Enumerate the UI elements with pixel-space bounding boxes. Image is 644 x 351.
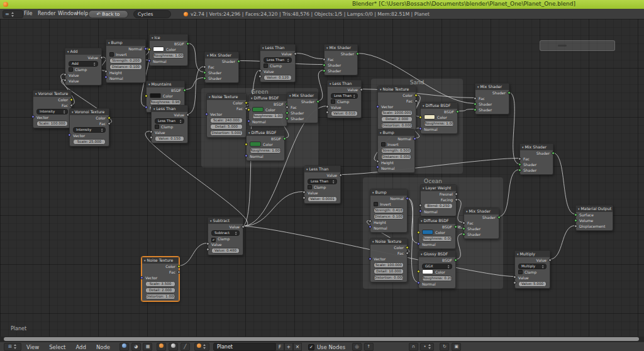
input-socket-vector[interactable] xyxy=(369,257,372,260)
input-socket-blend[interactable] xyxy=(419,204,422,207)
collapse-triangle-icon[interactable]: ▾ xyxy=(248,130,250,136)
collapse-triangle-icon[interactable]: ▾ xyxy=(477,84,479,90)
input-socket-shader1[interactable] xyxy=(323,64,326,67)
node-noiseS[interactable]: ▾Noise TextureColorFacVectorScale: 1000.… xyxy=(377,86,416,130)
output-socket-shader[interactable] xyxy=(356,52,359,55)
checkbox[interactable] xyxy=(381,142,386,147)
checkbox[interactable] xyxy=(69,67,73,72)
color-swatch[interactable] xyxy=(250,142,261,147)
input-socket-shader2[interactable] xyxy=(462,233,465,236)
input-socket-vector[interactable] xyxy=(140,276,143,279)
number-slider[interactable]: Roughness: 0.200 xyxy=(422,276,452,281)
input-socket-val2[interactable] xyxy=(206,248,209,251)
dropdown[interactable]: Less Than xyxy=(308,179,337,184)
go-parent-tree-icon[interactable]: ↑ xyxy=(364,343,374,351)
input-socket-normal[interactable] xyxy=(148,59,151,62)
number-slider[interactable]: Distortion: 0.000 xyxy=(374,275,404,281)
color-swatch[interactable] xyxy=(422,269,433,274)
input-socket-val2[interactable] xyxy=(258,75,262,78)
collapse-triangle-icon[interactable]: ▾ xyxy=(517,251,519,257)
node-lt010[interactable]: ▾Less ThanValueLess ThanClampValueValue:… xyxy=(327,80,362,118)
number-slider[interactable]: Roughness: 1.000 xyxy=(250,148,281,153)
dropdown[interactable]: Less Than xyxy=(155,118,184,124)
checkbox[interactable] xyxy=(331,99,335,104)
node-mix2[interactable]: ▾Mix ShaderShaderFacShaderShader xyxy=(324,44,358,75)
number-slider[interactable]: Scale: 3.500 xyxy=(145,281,175,287)
node-glossyO[interactable]: ▾Glossy BSDFBSDFGGXColorRoughness: 0.200… xyxy=(418,250,456,289)
number-slider[interactable]: Blend: 0.250 xyxy=(424,203,453,209)
input-socket-shader1[interactable] xyxy=(286,111,289,114)
input-socket-normal[interactable] xyxy=(247,120,250,123)
output-socket-shader[interactable] xyxy=(508,91,511,94)
collapse-triangle-icon[interactable]: ▾ xyxy=(262,45,264,51)
input-socket-fac[interactable] xyxy=(203,65,206,69)
checkbox[interactable] xyxy=(518,270,523,274)
input-socket-color[interactable] xyxy=(417,231,420,234)
input-socket-color[interactable] xyxy=(419,116,422,119)
number-slider[interactable]: Distance: 0.100 xyxy=(109,64,142,70)
input-socket-shader2[interactable] xyxy=(474,108,477,111)
input-socket-fac[interactable] xyxy=(286,106,289,109)
collapse-triangle-icon[interactable]: ▾ xyxy=(289,92,291,99)
node-subtract[interactable]: ▾SubtractValueSubtract✓ClampValueValue: … xyxy=(208,217,243,255)
number-slider[interactable]: Value: 0.480 xyxy=(211,248,240,254)
number-slider[interactable]: Roughness: 0.981 xyxy=(150,99,181,105)
dropdown[interactable]: Subtract xyxy=(211,230,240,236)
input-socket-val1[interactable] xyxy=(150,130,153,133)
unlink-material-button[interactable]: ✕ xyxy=(293,343,302,351)
color-swatch[interactable] xyxy=(252,107,264,112)
number-slider[interactable]: Value: 0.150 xyxy=(155,136,184,142)
color-swatch[interactable] xyxy=(153,47,164,52)
collapse-triangle-icon[interactable]: ▾ xyxy=(306,166,308,172)
number-slider[interactable]: Scale: 1000.000 xyxy=(381,110,413,116)
input-socket-normal[interactable] xyxy=(419,127,422,130)
collapse-triangle-icon[interactable]: ▾ xyxy=(522,144,524,150)
node-noiseG[interactable]: ▾Noise TextureColorFacVectorScale: 240.0… xyxy=(206,93,247,138)
input-socket-normal[interactable] xyxy=(417,281,420,284)
input-socket-val2[interactable] xyxy=(513,281,516,284)
node-diffG2[interactable]: ▾Diffuse BSDFBSDFColorRoughness: 1.000No… xyxy=(246,129,285,161)
node-bumpO[interactable]: ▾BumpNormalInvertStrength: 0.418Distance… xyxy=(370,189,408,233)
menu-window[interactable]: Window xyxy=(58,10,78,17)
collapse-triangle-icon[interactable]: ▾ xyxy=(578,206,580,212)
input-socket-color[interactable] xyxy=(148,48,151,51)
input-socket-fac[interactable] xyxy=(462,221,465,225)
output-socket-bsdf[interactable] xyxy=(183,89,186,92)
input-socket-shader1[interactable] xyxy=(203,71,206,74)
dropdown[interactable]: Multiply xyxy=(518,264,547,269)
input-socket-shader1[interactable] xyxy=(474,103,477,106)
output-socket-facing[interactable] xyxy=(455,198,458,201)
node-mix1[interactable]: ▾Mix ShaderShaderFacShaderShader xyxy=(204,52,239,83)
input-socket-shader2[interactable] xyxy=(323,69,326,72)
number-slider[interactable]: Detail: 5.000 xyxy=(210,124,243,130)
output-socket-value[interactable] xyxy=(100,56,103,59)
material-name-field[interactable]: Planet xyxy=(213,343,275,351)
snap-magnet-icon[interactable]: ∩ xyxy=(409,343,418,351)
backdrop-icon[interactable]: ▣ xyxy=(452,343,461,351)
collapse-triangle-icon[interactable]: ▾ xyxy=(372,238,374,245)
collapse-triangle-icon[interactable]: ▾ xyxy=(35,91,37,97)
collapse-triangle-icon[interactable]: ▾ xyxy=(421,251,423,257)
shader-nodes-icon[interactable] xyxy=(119,343,129,351)
shader-type-world-icon[interactable] xyxy=(169,343,178,351)
number-slider[interactable]: Roughness: 1.000 xyxy=(252,113,284,119)
output-socket-color[interactable] xyxy=(177,265,180,268)
output-socket-bsdf[interactable] xyxy=(283,137,286,140)
shader-type-linestyle-icon[interactable]: ╱ xyxy=(180,343,190,351)
auto-render-icon[interactable]: ↻ xyxy=(440,343,449,351)
dropdown[interactable]: Less Than xyxy=(264,57,292,63)
editor-type-button[interactable]: ⊞ xyxy=(4,343,21,351)
number-slider[interactable]: Value: 0.010 xyxy=(331,111,358,116)
number-slider[interactable]: Strength: 0.500 xyxy=(381,148,411,153)
node-mix4[interactable]: ▾Mix ShaderShaderFacShaderShader xyxy=(519,143,553,175)
output-socket-shader[interactable] xyxy=(316,100,319,103)
horizontal-scrollbar[interactable] xyxy=(4,337,639,341)
input-socket-normal_in[interactable] xyxy=(369,225,372,228)
editor-type-button[interactable]: ≡ xyxy=(3,10,23,18)
number-slider[interactable]: Distance: 0.050 xyxy=(381,154,411,160)
collapse-triangle-icon[interactable]: ▾ xyxy=(210,218,212,224)
collapse-triangle-icon[interactable]: ▾ xyxy=(466,208,468,214)
input-socket-normal_in[interactable] xyxy=(376,165,379,169)
input-socket-shader1[interactable] xyxy=(462,227,465,230)
node-layerW[interactable]: ▾Layer WeightFresnelFacingBlend: 0.250No… xyxy=(420,184,457,216)
